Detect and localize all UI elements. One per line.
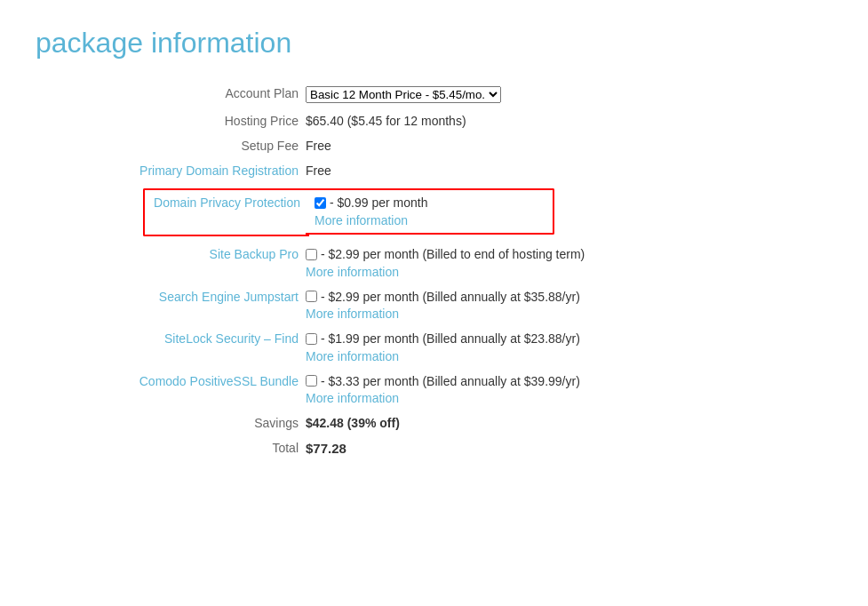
search-engine-value: - $2.99 per month (Billed annually at $3… bbox=[302, 284, 832, 327]
sitelock-price: - $1.99 per month (Billed annually at $2… bbox=[321, 331, 580, 346]
domain-privacy-checkbox[interactable] bbox=[315, 197, 326, 209]
domain-privacy-checkbox-label[interactable]: - $0.99 per month bbox=[315, 195, 428, 210]
savings-value: $42.48 (39% off) bbox=[302, 411, 832, 435]
account-plan-row: Account Plan Basic 12 Month Price - $5.4… bbox=[36, 81, 832, 108]
site-backup-price: - $2.99 per month (Billed to end of host… bbox=[321, 247, 585, 261]
account-plan-select[interactable]: Basic 12 Month Price - $5.45/mo.Basic 24… bbox=[306, 86, 501, 103]
total-label: Total bbox=[36, 435, 302, 461]
setup-fee-value: Free bbox=[302, 133, 832, 158]
search-engine-price: - $2.99 per month (Billed annually at $3… bbox=[321, 290, 580, 304]
sitelock-value: - $1.99 per month (Billed annually at $2… bbox=[302, 326, 832, 369]
site-backup-row: Site Backup Pro - $2.99 per month (Bille… bbox=[36, 242, 832, 284]
sitelock-more-info-link[interactable]: More information bbox=[306, 349, 829, 363]
search-engine-more-info-link[interactable]: More information bbox=[306, 307, 829, 321]
domain-privacy-more-info-link[interactable]: More information bbox=[315, 213, 544, 227]
comodo-value: - $3.33 per month (Billed annually at $3… bbox=[302, 369, 832, 411]
sitelock-checkbox[interactable] bbox=[306, 333, 317, 345]
setup-fee-label: Setup Fee bbox=[36, 133, 302, 158]
domain-privacy-value: - $0.99 per month More information bbox=[302, 183, 832, 242]
primary-domain-value: Free bbox=[302, 158, 832, 183]
domain-privacy-row: Domain Privacy Protection - $0.99 per mo… bbox=[36, 183, 832, 242]
page-title: package information bbox=[36, 27, 832, 60]
comodo-checkbox[interactable] bbox=[306, 375, 317, 387]
site-backup-label: Site Backup Pro bbox=[36, 242, 302, 284]
setup-fee-row: Setup Fee Free bbox=[36, 133, 832, 158]
comodo-checkbox-label[interactable]: - $3.33 per month (Billed annually at $3… bbox=[306, 374, 580, 388]
account-plan-value: Basic 12 Month Price - $5.45/mo.Basic 24… bbox=[302, 81, 832, 108]
primary-domain-row: Primary Domain Registration Free bbox=[36, 158, 832, 183]
search-engine-label: Search Engine Jumpstart bbox=[36, 284, 302, 327]
sitelock-row: SiteLock Security – Find - $1.99 per mon… bbox=[36, 326, 832, 369]
total-row: Total $77.28 bbox=[36, 435, 832, 461]
search-engine-row: Search Engine Jumpstart - $2.99 per mont… bbox=[36, 284, 832, 327]
comodo-price: - $3.33 per month (Billed annually at $3… bbox=[321, 374, 580, 388]
savings-row: Savings $42.48 (39% off) bbox=[36, 411, 832, 435]
comodo-more-info-link[interactable]: More information bbox=[306, 391, 829, 405]
site-backup-value: - $2.99 per month (Billed to end of host… bbox=[302, 242, 832, 284]
account-plan-label: Account Plan bbox=[36, 81, 302, 108]
hosting-price-label: Hosting Price bbox=[36, 108, 302, 133]
site-backup-checkbox-label[interactable]: - $2.99 per month (Billed to end of host… bbox=[306, 247, 585, 261]
site-backup-checkbox[interactable] bbox=[306, 249, 317, 260]
domain-privacy-price: - $0.99 per month bbox=[330, 195, 428, 210]
hosting-price-row: Hosting Price $65.40 ($5.45 for 12 month… bbox=[36, 108, 832, 133]
sitelock-checkbox-label[interactable]: - $1.99 per month (Billed annually at $2… bbox=[306, 331, 580, 346]
comodo-row: Comodo PositiveSSL Bundle - $3.33 per mo… bbox=[36, 369, 832, 411]
savings-label: Savings bbox=[36, 411, 302, 435]
hosting-price-value: $65.40 ($5.45 for 12 months) bbox=[302, 108, 832, 133]
domain-privacy-label: Domain Privacy Protection bbox=[36, 183, 302, 242]
total-value: $77.28 bbox=[302, 435, 832, 461]
package-info-table: Account Plan Basic 12 Month Price - $5.4… bbox=[36, 81, 832, 461]
comodo-label: Comodo PositiveSSL Bundle bbox=[36, 369, 302, 411]
site-backup-more-info-link[interactable]: More information bbox=[306, 265, 829, 279]
primary-domain-label: Primary Domain Registration bbox=[36, 158, 302, 183]
search-engine-checkbox[interactable] bbox=[306, 291, 317, 302]
sitelock-label: SiteLock Security – Find bbox=[36, 326, 302, 369]
search-engine-checkbox-label[interactable]: - $2.99 per month (Billed annually at $3… bbox=[306, 290, 580, 304]
